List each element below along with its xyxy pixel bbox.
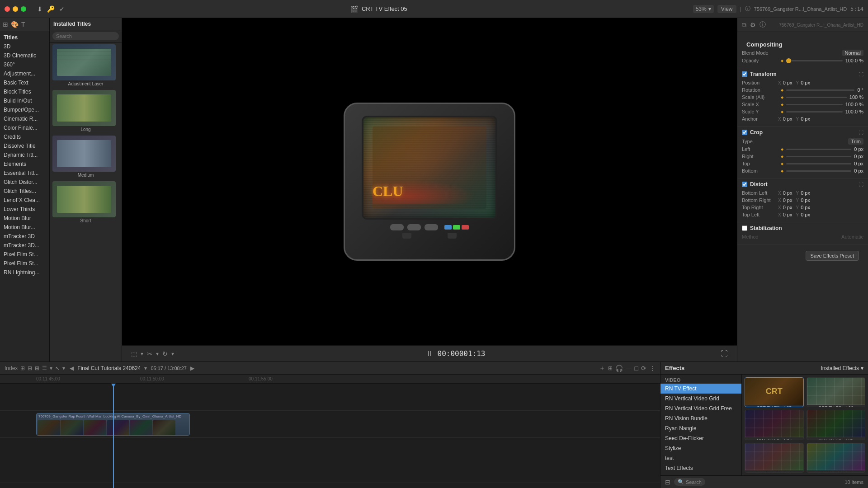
effect-card-09[interactable]: CRT TV Effect 09 — [745, 443, 804, 473]
timeline-btn-grid[interactable]: ⊞ — [20, 365, 25, 371]
effects-item-seed[interactable]: Seed De-Flicker — [660, 433, 741, 443]
crop-bottom-slider[interactable] — [786, 170, 851, 172]
timeline-btn-cursor[interactable]: ↖ — [55, 365, 60, 371]
scale-all-keyframe[interactable]: ◆ — [781, 95, 783, 99]
opacity-slider[interactable] — [786, 60, 843, 61]
sidebar-item-glitch-distor[interactable]: Glitch Distor... — [0, 178, 49, 187]
crop-type-value[interactable]: Trim — [848, 138, 863, 145]
opacity-keyframe[interactable]: ◆ — [781, 59, 783, 63]
sidebar-item-dissolve-title[interactable]: Dissolve Title — [0, 141, 49, 150]
effect-card-05[interactable]: CRT CRT TV Effect 05 — [745, 377, 804, 407]
sidebar-item-bumper[interactable]: Bumper/Ope... — [0, 105, 49, 114]
sidebar-title-icon[interactable]: T — [21, 21, 25, 28]
stabilization-checkbox[interactable] — [742, 225, 747, 231]
arrow-icon[interactable]: ▾ — [141, 351, 143, 357]
sidebar-item-pixel-film2[interactable]: Pixel Film St... — [0, 259, 49, 268]
list-item[interactable]: Medium — [50, 134, 122, 179]
crop-left-slider[interactable] — [786, 149, 851, 150]
crop-top-slider[interactable] — [786, 163, 851, 164]
fullscreen-button[interactable] — [21, 6, 26, 12]
sidebar-item-pixel-film[interactable]: Pixel Film St... — [0, 250, 49, 259]
timeline-btn-arrow[interactable]: ▾ — [50, 365, 52, 371]
sidebar-item-adjustment[interactable]: Adjustment... — [0, 69, 49, 78]
effects-item-text-effects[interactable]: Text Effects — [660, 463, 741, 473]
effect-card-08[interactable]: CRT TV Effect 08 — [807, 410, 866, 440]
sidebar-item-3d[interactable]: 3D — [0, 42, 49, 51]
list-item[interactable]: Adjustment Layer — [50, 42, 122, 88]
inspector-icon2[interactable]: ⚙ — [750, 21, 756, 28]
crop-top-keyframe[interactable]: ◆ — [781, 162, 783, 166]
sidebar-item-essential-titl[interactable]: Essential Titl... — [0, 169, 49, 178]
search-input[interactable] — [52, 32, 119, 40]
timeline-mute-icon[interactable]: — — [626, 365, 632, 372]
timeline-btn-zoom-out[interactable]: ⊟ — [28, 365, 32, 371]
scale-y-slider[interactable] — [786, 111, 843, 113]
check-icon[interactable]: ✓ — [59, 5, 65, 13]
transform-checkbox[interactable] — [742, 71, 747, 77]
timeline-btn-arrow2[interactable]: ▾ — [62, 365, 65, 371]
distort-checkbox[interactable] — [742, 182, 747, 187]
playhead[interactable] — [113, 384, 114, 488]
sidebar-item-lower-thirds[interactable]: Lower Thirds — [0, 205, 49, 214]
effects-item-stylize[interactable]: Stylize — [660, 443, 741, 453]
sidebar-item-3d-cinematic[interactable]: 3D Cinematic — [0, 51, 49, 60]
timeline-headphones-icon[interactable]: 🎧 — [615, 365, 623, 372]
sidebar-item-mtracker3d2[interactable]: mTracker 3D... — [0, 241, 49, 250]
sidebar-item-color-finale[interactable]: Color Finale... — [0, 123, 49, 132]
arrow3-icon[interactable]: ▾ — [171, 351, 174, 357]
scale-y-keyframe[interactable]: ◆ — [781, 110, 783, 114]
effects-search[interactable]: 🔍 Search — [674, 478, 705, 486]
sidebar-item-build-inout[interactable]: Build In/Out — [0, 96, 49, 105]
effect-card-06[interactable]: CRT TV Effect 06 — [807, 377, 866, 407]
sidebar-item-lenofx[interactable]: LenoFX Clea... — [0, 196, 49, 205]
crop-left-keyframe[interactable]: ◆ — [781, 147, 783, 151]
sidebar-item-motion-blur[interactable]: Motion Blur — [0, 214, 49, 223]
sidebar-item-rn-lightning[interactable]: RN Lightning... — [0, 268, 49, 277]
blend-mode-value[interactable]: Normal — [842, 50, 863, 56]
sidebar-item-dynamic-titl[interactable]: Dynamic Titl... — [0, 150, 49, 160]
sidebar-item-credits[interactable]: Credits — [0, 132, 49, 141]
effects-item-rn-vertical-free[interactable]: RN Vertical Video Grid Free — [660, 404, 741, 413]
crop-right-keyframe[interactable]: ◆ — [781, 155, 783, 159]
sidebar-item-block-titles[interactable]: Block Titles — [0, 87, 49, 96]
arrow2-icon[interactable]: ▾ — [156, 351, 159, 357]
sidebar-item-titles[interactable]: Titles — [0, 33, 49, 42]
titles-dropdown[interactable]: Installed Titles — [53, 21, 91, 27]
scale-all-slider[interactable] — [786, 97, 847, 98]
stabilization-header[interactable]: Stabilization — [742, 225, 863, 231]
effects-item-rn-vertical[interactable]: RN Vertical Video Grid — [660, 394, 741, 404]
prev-clip-btn[interactable]: ◀ — [70, 365, 74, 371]
installed-label[interactable]: Installed Effects — [821, 365, 859, 371]
timeline-solo-icon[interactable]: □ — [635, 365, 638, 372]
save-preset-button[interactable]: Save Effects Preset — [806, 251, 859, 261]
timeline-snap-icon[interactable]: ⋮ — [649, 365, 656, 372]
minimize-button[interactable] — [13, 6, 18, 12]
scale-x-slider[interactable] — [786, 104, 843, 105]
timeline-track-icon[interactable]: ⊞ — [608, 365, 613, 371]
expand-icon[interactable]: ⛶ — [721, 350, 728, 358]
list-item[interactable]: Short — [50, 179, 122, 225]
sidebar-item-motion-blur2[interactable]: Motion Blur... — [0, 223, 49, 232]
close-button[interactable] — [5, 6, 10, 12]
blade-icon[interactable]: ✂ — [147, 350, 152, 357]
pause-icon[interactable]: ⏸ — [426, 350, 433, 358]
effects-item-rn-vision[interactable]: RN Vision Bundle — [660, 413, 741, 423]
effect-card-07[interactable]: CRT TV Effect 07 — [745, 410, 804, 440]
timeline-btn-view[interactable]: ☰ — [42, 365, 47, 371]
zoom-control[interactable]: 53% ▾ — [693, 5, 714, 13]
rotation-slider[interactable] — [786, 89, 854, 91]
refresh-icon[interactable]: ↻ — [162, 350, 168, 357]
download-icon[interactable]: ⬇ — [37, 5, 42, 13]
sidebar-item-mtracker3d[interactable]: mTracker 3D — [0, 232, 49, 241]
timeline-add-icon[interactable]: ＋ — [599, 364, 605, 372]
crop-header[interactable]: Crop ⛶ — [742, 129, 863, 136]
effects-item-ryan-nangle[interactable]: Ryan Nangle — [660, 423, 741, 433]
effects-item-test[interactable]: test — [660, 453, 741, 463]
timeline-btn-zoom-in[interactable]: ⊞ — [35, 365, 39, 371]
key-icon[interactable]: 🔑 — [47, 5, 55, 13]
transform-header[interactable]: Transform ⛶ — [742, 71, 863, 77]
view-button[interactable]: View — [717, 5, 736, 13]
crop-icon[interactable]: ⬚ — [131, 350, 137, 357]
timeline-sync-icon[interactable]: ⟳ — [641, 365, 646, 372]
sidebar-item-glitch-titles[interactable]: Glitch Titles... — [0, 187, 49, 196]
